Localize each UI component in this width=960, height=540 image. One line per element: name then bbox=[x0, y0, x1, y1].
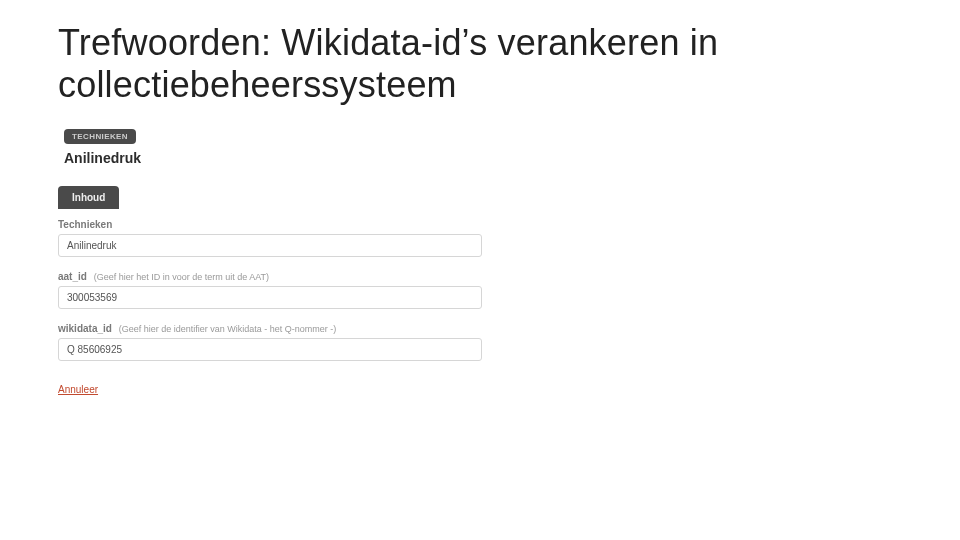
tab-inhoud[interactable]: Inhoud bbox=[58, 186, 119, 209]
category-badge: TECHNIEKEN bbox=[64, 129, 136, 144]
field-label-wikidata: wikidata_id (Geef hier de identifier van… bbox=[58, 323, 482, 334]
aat-label-text: aat_id bbox=[58, 271, 87, 282]
field-aat-id: aat_id (Geef hier het ID in voor de term… bbox=[58, 271, 482, 309]
tab-row: Inhoud bbox=[58, 186, 482, 209]
slide: Trefwoorden: Wikidata-id’s verankeren in… bbox=[0, 0, 960, 540]
record-header: TECHNIEKEN Anilinedruk bbox=[58, 121, 482, 176]
wikidata-hint: (Geef hier de identifier van Wikidata - … bbox=[119, 324, 337, 334]
technieken-input[interactable] bbox=[58, 234, 482, 257]
wikidata-id-input[interactable] bbox=[58, 338, 482, 361]
field-label-aat: aat_id (Geef hier het ID in voor de term… bbox=[58, 271, 482, 282]
actions-row: Annuleer bbox=[58, 375, 482, 397]
form-panel: TECHNIEKEN Anilinedruk Inhoud Technieken… bbox=[58, 121, 482, 397]
slide-title: Trefwoorden: Wikidata-id’s verankeren in… bbox=[58, 22, 902, 107]
aat-id-input[interactable] bbox=[58, 286, 482, 309]
field-label-technieken: Technieken bbox=[58, 219, 482, 230]
field-technieken: Technieken bbox=[58, 219, 482, 257]
field-wikidata-id: wikidata_id (Geef hier de identifier van… bbox=[58, 323, 482, 361]
cancel-button[interactable]: Annuleer bbox=[58, 384, 98, 395]
record-title: Anilinedruk bbox=[64, 150, 476, 166]
aat-hint: (Geef hier het ID in voor de term uit de… bbox=[94, 272, 269, 282]
wikidata-label-text: wikidata_id bbox=[58, 323, 112, 334]
